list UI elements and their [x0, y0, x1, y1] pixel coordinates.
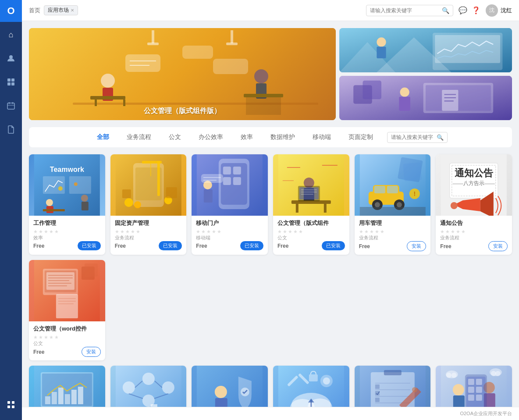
app-category-car: 业务流程	[359, 235, 427, 241]
svg-point-0	[9, 55, 13, 59]
app-card-leave[interactable]: 请假申请 ★★★★★ 业务流程 Free 已安装	[355, 366, 431, 407]
svg-rect-132	[85, 263, 98, 277]
filter-data[interactable]: 数据维护	[267, 132, 299, 143]
app-card-body-work-mgmt: 工作管理 ★★★★★ 效率 Free 已安装	[29, 216, 105, 254]
filter-bar: 全部 业务流程 公文 办公效率 效率 数据维护 移动端 页面定制 🔍	[29, 127, 512, 147]
banner-section: 公文管理（版式组件版）	[29, 28, 512, 120]
filter-search-input[interactable]	[391, 134, 435, 140]
sidebar: O ⌂	[0, 0, 22, 420]
app-price-asset: Free	[115, 243, 126, 249]
app-install-btn-car[interactable]: 安装	[407, 241, 426, 251]
app-install-btn-gongwen-style[interactable]: 已安装	[322, 241, 345, 250]
footer-text: O2OA企业应用开发平台	[460, 410, 512, 417]
app-card-gongwen-style[interactable]: 公文管理（版式组件 ★★★★★ 公文 Free 已安装	[273, 154, 349, 255]
filter-doc[interactable]: 公文	[165, 132, 185, 143]
message-icon[interactable]: 💬	[459, 6, 467, 14]
app-card-mobile[interactable]: 移动门户 ★★★★★ 移动端 Free 已安装	[192, 154, 268, 255]
svg-rect-64	[157, 161, 160, 196]
filter-office[interactable]: 办公效率	[195, 132, 227, 143]
home-link[interactable]: 首页	[29, 7, 40, 14]
svg-point-67	[124, 198, 133, 207]
active-tab-tag[interactable]: 应用市场 ✕	[44, 5, 78, 15]
app-install-btn-gongwen-word[interactable]: 安装	[82, 347, 101, 357]
top-search-input[interactable]	[370, 7, 440, 14]
app-card-notice[interactable]: 通知公告 ——八方告示—— 通知公告	[436, 154, 512, 255]
app-card-car[interactable]: ! 用车管理 ★★★★★ 业务流程 Free 安装	[355, 154, 431, 255]
app-grid-row2: 平台首页(组件版) ★★★★★ 页面定制 Free 已安装	[29, 366, 512, 407]
app-price-gongwen-word: Free	[33, 349, 44, 355]
main-area: 首页 应用市场 ✕ 🔍 💬 ❓ 沈 沈红	[22, 0, 519, 420]
top-search[interactable]: 🔍	[366, 5, 453, 16]
svg-point-212	[446, 373, 451, 378]
svg-point-18	[101, 74, 115, 88]
svg-rect-10	[12, 401, 14, 404]
sidebar-contact[interactable]	[0, 47, 22, 69]
filter-mobile[interactable]: 移动端	[309, 132, 334, 143]
svg-rect-100	[403, 162, 422, 181]
app-card-work-mgmt[interactable]: Teamwork	[29, 154, 105, 255]
svg-rect-70	[122, 189, 131, 198]
app-card-business-trip[interactable]: 出差申请 ★★★★★ 业务流程 Free 已安装	[436, 366, 512, 407]
svg-rect-166	[215, 398, 228, 407]
svg-rect-53	[69, 176, 91, 194]
app-install-btn-mobile[interactable]: 已安装	[240, 241, 263, 250]
app-card-body-car: 用车管理 ★★★★★ 业务流程 Free 安装	[355, 216, 431, 255]
app-stars-asset: ★★★★★	[115, 229, 182, 235]
banner-side-1[interactable]: 平台首页(组件版)	[339, 28, 512, 72]
svg-rect-199	[453, 395, 465, 407]
banner-main[interactable]: 公文管理（版式组件版）	[29, 28, 336, 120]
svg-rect-91	[299, 187, 319, 199]
app-image-leave	[355, 366, 431, 407]
app-card-flow-data[interactable]: 流程数据维护 ★★★★★ 数据维护 Free 已安装	[110, 366, 187, 407]
filter-flow[interactable]: 业务流程	[123, 132, 155, 143]
banner-side-2[interactable]: 公文管理（word控件版）	[339, 76, 512, 120]
app-grid-row1: Teamwork	[29, 154, 512, 360]
search-icon: 🔍	[442, 7, 449, 14]
svg-rect-38	[377, 47, 386, 59]
banner-main-label: 公文管理（版式组件版）	[144, 107, 221, 114]
app-price-row-gongwen-word: Free 安装	[33, 347, 101, 357]
app-image-custom-login	[192, 366, 268, 407]
app-card-asset[interactable]: 固定资产管理 ★★★★★ 业务流程 Free 已安装	[110, 154, 187, 255]
app-install-btn-asset[interactable]: 已安装	[159, 241, 182, 250]
app-image-business-trip	[436, 366, 512, 407]
svg-rect-175	[309, 374, 318, 381]
app-price-row-work-mgmt: Free 已安装	[33, 241, 101, 250]
sidebar-table[interactable]	[0, 71, 22, 93]
app-card-custom-login[interactable]: 自定义登录注册页 ★★★★★ 页面定制 Free 已安装	[192, 366, 268, 407]
svg-point-59	[58, 186, 63, 191]
app-card-platform[interactable]: 平台首页(组件版) ★★★★★ 页面定制 Free 已安装	[29, 366, 105, 407]
app-image-mobile	[192, 154, 268, 216]
svg-rect-25	[244, 94, 283, 97]
topbar-actions: 💬 ❓	[459, 6, 480, 14]
sidebar-file[interactable]	[0, 118, 22, 140]
app-card-gongwen-word[interactable]: 公文管理（word控件 ★★★★★ 公文 Free 安装	[29, 260, 105, 360]
svg-rect-15	[147, 43, 159, 45]
filter-page[interactable]: 页面定制	[345, 132, 377, 143]
help-icon[interactable]: ❓	[472, 6, 480, 14]
app-install-btn-work-mgmt[interactable]: 已安装	[78, 241, 101, 250]
svg-rect-103	[374, 186, 385, 193]
svg-rect-76	[233, 167, 241, 174]
app-price-notice: Free	[440, 243, 451, 249]
svg-point-60	[74, 182, 78, 186]
svg-rect-206	[468, 387, 474, 393]
filter-search[interactable]: 🔍	[387, 132, 448, 143]
svg-rect-29	[213, 59, 248, 74]
avatar: 沈	[486, 4, 498, 17]
app-category-mobile: 移动端	[196, 235, 263, 241]
app-install-btn-notice[interactable]: 安装	[488, 241, 508, 251]
app-title-work-mgmt: 工作管理	[33, 219, 101, 227]
filter-efficiency[interactable]: 效率	[237, 132, 256, 143]
filter-search-icon: 🔍	[437, 134, 444, 141]
sidebar-home[interactable]: ⌂	[0, 24, 22, 46]
app-image-notice: 通知公告 ——八方告示——	[436, 154, 512, 216]
tab-close-icon[interactable]: ✕	[71, 8, 74, 13]
sidebar-calendar[interactable]	[0, 95, 22, 117]
filter-all[interactable]: 全部	[93, 132, 113, 143]
app-card-cloud-file[interactable]: 云文件 ★★★★★ 办公效率 Free 已安装	[273, 366, 349, 407]
svg-text:!: !	[413, 190, 416, 197]
sidebar-grid[interactable]	[0, 394, 22, 416]
app-title-asset: 固定资产管理	[115, 219, 182, 227]
user-info[interactable]: 沈 沈红	[486, 4, 512, 17]
